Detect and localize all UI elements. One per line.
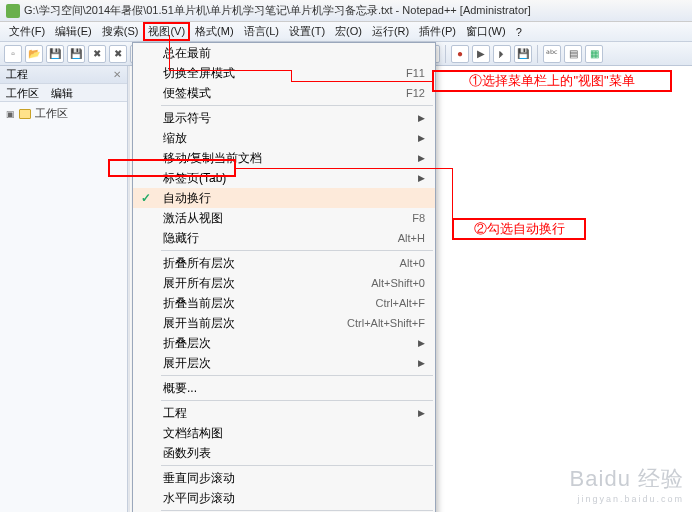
panel-tabs: 工作区 编辑: [0, 84, 127, 102]
panel-title-text: 工程: [6, 67, 28, 82]
menu-item[interactable]: 切换全屏模式F11: [133, 63, 435, 83]
menu-separator: [161, 375, 433, 376]
watermark-sub: jingyan.baidu.com: [570, 494, 684, 504]
menu-item[interactable]: 显示符号▶: [133, 108, 435, 128]
annotation-callout-1: ①选择菜单栏上的"视图"菜单: [432, 70, 672, 92]
docmap-icon[interactable]: ▤: [564, 45, 582, 63]
menu-bar: 文件(F) 编辑(E) 搜索(S) 视图(V) 格式(M) 语言(L) 设置(T…: [0, 22, 692, 42]
menu-item[interactable]: 展开当前层次Ctrl+Alt+Shift+F: [133, 313, 435, 333]
menu-item[interactable]: 垂直同步滚动: [133, 468, 435, 488]
annotation-callout-2: ②勾选自动换行: [452, 218, 586, 240]
menu-item[interactable]: 折叠层次▶: [133, 333, 435, 353]
menu-lang[interactable]: 语言(L): [239, 22, 284, 41]
tree-item-workspace[interactable]: ▣ 工作区: [6, 106, 121, 121]
closeall-icon[interactable]: ✖: [109, 45, 127, 63]
open-icon[interactable]: 📂: [25, 45, 43, 63]
menu-shortcut: Alt+H: [398, 232, 425, 244]
spell-icon[interactable]: ᵃᵇᶜ: [543, 45, 561, 63]
panel-tab-workspace[interactable]: 工作区: [0, 84, 45, 101]
play-icon[interactable]: ▶: [472, 45, 490, 63]
record-icon[interactable]: ●: [451, 45, 469, 63]
menu-settings[interactable]: 设置(T): [284, 22, 330, 41]
menu-item[interactable]: ✓自动换行: [133, 188, 435, 208]
menu-item-label: 展开层次: [163, 355, 211, 372]
menu-item[interactable]: 工程▶: [133, 403, 435, 423]
playrec-icon[interactable]: ⏵: [493, 45, 511, 63]
submenu-arrow-icon: ▶: [418, 338, 425, 348]
annotation-arrow: [236, 168, 452, 169]
menu-separator: [161, 465, 433, 466]
menu-search[interactable]: 搜索(S): [97, 22, 144, 41]
menu-item-label: 展开所有层次: [163, 275, 235, 292]
submenu-arrow-icon: ▶: [418, 153, 425, 163]
menu-item-label: 总在最前: [163, 45, 211, 62]
close-icon[interactable]: ✖: [88, 45, 106, 63]
new-icon[interactable]: ▫: [4, 45, 22, 63]
menu-macro[interactable]: 宏(O): [330, 22, 367, 41]
menu-separator: [161, 510, 433, 511]
folder-icon: [19, 109, 31, 119]
annotation-arrow: [452, 168, 453, 218]
menu-separator: [161, 250, 433, 251]
menu-item-label: 展开当前层次: [163, 315, 235, 332]
menu-item-label: 移动/复制当前文档: [163, 150, 262, 167]
panel-title: 工程 ✕: [0, 66, 127, 84]
panel-tab-edit[interactable]: 编辑: [45, 84, 79, 101]
menu-item[interactable]: 移动/复制当前文档▶: [133, 148, 435, 168]
menu-item-label: 水平同步滚动: [163, 490, 235, 507]
menu-item[interactable]: 展开层次▶: [133, 353, 435, 373]
submenu-arrow-icon: ▶: [418, 173, 425, 183]
editor-gutter: [128, 66, 130, 512]
menu-item[interactable]: 折叠当前层次Ctrl+Alt+F: [133, 293, 435, 313]
annotation-arrow: [169, 35, 170, 70]
toolbar-sep: [445, 45, 446, 63]
menu-item[interactable]: 缩放▶: [133, 128, 435, 148]
view-menu-dropdown: 总在最前切换全屏模式F11便签模式F12显示符号▶缩放▶移动/复制当前文档▶标签…: [132, 42, 436, 512]
submenu-arrow-icon: ▶: [418, 133, 425, 143]
menu-item-label: 文档结构图: [163, 425, 223, 442]
menu-item[interactable]: 隐藏行Alt+H: [133, 228, 435, 248]
menu-shortcut: Ctrl+Alt+Shift+F: [347, 317, 425, 329]
window-title: G:\学习空间\2014年暑假\01.51单片机\单片机学习笔记\单片机学习备忘…: [24, 3, 531, 18]
menu-view[interactable]: 视图(V): [143, 22, 190, 41]
menu-shortcut: Alt+Shift+0: [371, 277, 425, 289]
annotation-text: ②勾选自动换行: [474, 220, 565, 238]
menu-item-label: 标签页(Tab): [163, 170, 226, 187]
funclist-icon[interactable]: ▦: [585, 45, 603, 63]
menu-format[interactable]: 格式(M): [190, 22, 239, 41]
saverec-icon[interactable]: 💾: [514, 45, 532, 63]
menu-item[interactable]: 标签页(Tab)▶: [133, 168, 435, 188]
menu-item[interactable]: 函数列表: [133, 443, 435, 463]
menu-shortcut: Ctrl+Alt+F: [375, 297, 425, 309]
menu-item[interactable]: 概要...: [133, 378, 435, 398]
menu-item[interactable]: 展开所有层次Alt+Shift+0: [133, 273, 435, 293]
menu-plugin[interactable]: 插件(P): [414, 22, 461, 41]
menu-item-label: 折叠当前层次: [163, 295, 235, 312]
panel-close-icon[interactable]: ✕: [113, 69, 121, 80]
menu-edit[interactable]: 编辑(E): [50, 22, 97, 41]
menu-item-label: 概要...: [163, 380, 197, 397]
menu-item-label: 折叠层次: [163, 335, 211, 352]
save-icon[interactable]: 💾: [46, 45, 64, 63]
submenu-arrow-icon: ▶: [418, 113, 425, 123]
tree-item-label: 工作区: [35, 106, 68, 121]
menu-item[interactable]: 折叠所有层次Alt+0: [133, 253, 435, 273]
menu-help[interactable]: ?: [511, 24, 527, 40]
saveall-icon[interactable]: 💾: [67, 45, 85, 63]
menu-item[interactable]: 总在最前: [133, 43, 435, 63]
tree-toggle-icon[interactable]: ▣: [6, 109, 15, 119]
menu-file[interactable]: 文件(F): [4, 22, 50, 41]
menu-item[interactable]: 激活从视图F8: [133, 208, 435, 228]
menu-window[interactable]: 窗口(W): [461, 22, 511, 41]
menu-item[interactable]: 水平同步滚动: [133, 488, 435, 508]
menu-shortcut: F12: [406, 87, 425, 99]
check-icon: ✓: [141, 191, 151, 205]
watermark-brand: Baidu 经验: [570, 466, 684, 491]
annotation-arrow: [291, 81, 432, 82]
menu-item[interactable]: 便签模式F12: [133, 83, 435, 103]
menu-item[interactable]: 文档结构图: [133, 423, 435, 443]
menu-run[interactable]: 运行(R): [367, 22, 414, 41]
project-tree: ▣ 工作区: [0, 102, 127, 125]
annotation-arrow: [291, 70, 292, 81]
menu-separator: [161, 400, 433, 401]
